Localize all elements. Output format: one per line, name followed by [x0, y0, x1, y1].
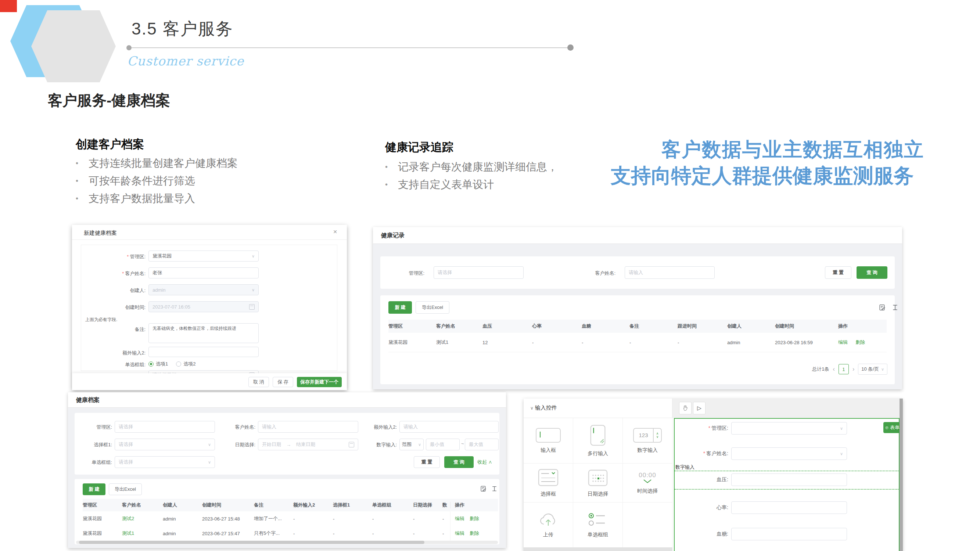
create-time-input[interactable]: 2023-07-07 16:05: [148, 301, 259, 312]
create-button[interactable]: 新 建: [388, 301, 412, 314]
filter-name-input[interactable]: 请输入: [625, 266, 715, 279]
calendar-icon: [249, 304, 255, 310]
page-number-button[interactable]: 1: [838, 364, 849, 374]
col-header: 备注: [630, 323, 678, 330]
play-icon: ▷: [697, 405, 702, 411]
canvas-bp-input[interactable]: [731, 473, 847, 486]
widget-tile-input[interactable]: 输入框: [523, 418, 573, 464]
filter-extra2-input[interactable]: 请输入: [399, 421, 499, 433]
collapse-link[interactable]: 收起 ∧: [477, 459, 492, 465]
canvas-hr-input[interactable]: [731, 502, 847, 514]
feature-track-list: • 记录客户每次健康监测详细信息， • 支持自定义表单设计: [385, 158, 620, 193]
form-settings-button[interactable]: 表单: [883, 422, 899, 433]
horizontal-scrollbar-thumb[interactable]: [79, 541, 425, 544]
area-select[interactable]: 黛溪花园 ∨: [148, 251, 259, 262]
filter-number-label: 数字输入:: [353, 441, 397, 448]
form-icon: [886, 426, 888, 430]
delete-link[interactable]: 删除: [856, 340, 865, 345]
record-link[interactable]: 测试2: [122, 515, 163, 522]
cell: -: [413, 516, 442, 522]
canvas-bs-input[interactable]: [731, 528, 847, 540]
col-header: 数: [442, 502, 450, 508]
search-button[interactable]: 查 询: [444, 456, 474, 468]
preview-play-button[interactable]: ▷: [693, 402, 705, 414]
widget-tile-number[interactable]: 123 ∧∨ 数字输入: [623, 418, 673, 464]
radio-option-2-label[interactable]: 选项2: [183, 361, 196, 367]
customer-name-input[interactable]: 老张: [148, 267, 259, 278]
reset-button[interactable]: 重 置: [825, 266, 851, 279]
list-item: • 支持客户数据批量导入: [76, 189, 296, 207]
number-mode-select[interactable]: 范围 ∨: [399, 438, 424, 450]
widget-tile-time[interactable]: 00:00 时间选择: [623, 464, 673, 502]
delete-link[interactable]: 删除: [469, 515, 479, 522]
prev-page-icon[interactable]: ‹: [833, 366, 835, 373]
widget-label: 数字输入: [637, 447, 658, 454]
filter-area-input[interactable]: 请选择: [434, 266, 523, 279]
canvas-area-select[interactable]: ∨: [731, 422, 847, 435]
col-header: 操作: [838, 323, 887, 330]
list-item: • 记录客户每次健康监测详细信息，: [385, 158, 620, 176]
number-max-input[interactable]: 最大值: [465, 438, 499, 450]
radio-option-1-label[interactable]: 选项1: [156, 361, 168, 367]
edit-link[interactable]: 编辑: [838, 340, 848, 345]
chevron-down-icon[interactable]: ∨: [530, 405, 533, 411]
customer-name-value: 老张: [153, 270, 162, 276]
reset-button[interactable]: 重 置: [414, 456, 440, 468]
cell: 只有5个字...: [254, 530, 293, 537]
cell: 测试1: [436, 339, 482, 346]
next-page-icon[interactable]: ›: [853, 366, 854, 373]
pagination: 总计1条 ‹ 1 › 10 条/页 ∨: [812, 364, 888, 375]
save-and-next-button[interactable]: 保存并新建下一个: [297, 377, 342, 387]
filter-date-range[interactable]: 开始日期 → 结束日期: [258, 438, 358, 450]
close-icon[interactable]: ✕: [333, 229, 337, 235]
widget-tile-date[interactable]: 日期选择: [573, 464, 623, 502]
widget-label: 上传: [543, 532, 554, 538]
edit-document-icon[interactable]: [480, 486, 487, 493]
export-excel-button[interactable]: 导出Excel: [109, 483, 142, 495]
creator-select[interactable]: admin ∨: [148, 284, 259, 295]
save-button[interactable]: 保 存: [273, 377, 293, 387]
widget-tile-textarea[interactable]: 多行输入: [573, 418, 623, 464]
divider-dot-right: [567, 44, 574, 51]
page-heading: 客户服务-健康档案: [48, 91, 170, 111]
pan-hand-button[interactable]: [679, 402, 692, 414]
create-time-value: 2023-07-07 16:05: [153, 304, 190, 310]
edit-link[interactable]: 编辑: [455, 530, 465, 537]
col-header: 单选框组: [372, 502, 413, 508]
chevron-down-icon: ∨: [252, 254, 255, 259]
field-label-creator: 创建人:: [83, 287, 145, 294]
delete-link[interactable]: 删除: [469, 530, 479, 537]
screenshot-health-records: 健康记录 管理区: 请选择 客户姓名: 请输入 重 置 查 询 新 建 导出Ex…: [373, 227, 902, 389]
col-header: 创建时间: [775, 323, 838, 330]
extra2-input[interactable]: [148, 347, 259, 357]
export-excel-button[interactable]: 导出Excel: [415, 301, 449, 314]
row-height-icon[interactable]: [491, 486, 498, 493]
filter-name-input[interactable]: 请输入: [258, 421, 358, 433]
edit-link[interactable]: 编辑: [455, 515, 465, 522]
radio-unselected-icon[interactable]: [176, 362, 181, 367]
record-link[interactable]: 测试1: [122, 530, 163, 537]
filter-radio-select[interactable]: 请选择 ∨: [115, 456, 215, 468]
cancel-button[interactable]: 取 消: [248, 377, 269, 387]
filter-select1-select[interactable]: 请选择 ∨: [115, 438, 215, 450]
radio-group: 选项1 选项2: [148, 361, 196, 367]
date-end-placeholder: 结束日期: [296, 441, 315, 448]
feature-create-list: • 支持连续批量创建客户健康档案 • 可按年龄条件进行筛选 • 支持客户数据批量…: [76, 154, 296, 207]
filter-area-input[interactable]: 请选择: [115, 421, 215, 433]
widget-tile-upload[interactable]: 上传: [523, 502, 573, 547]
widget-tile-select[interactable]: 选择框: [523, 464, 573, 502]
cell: 12: [482, 340, 532, 345]
remark-textarea[interactable]: 无基础病史，体检数值正常，后续持续跟进: [148, 323, 259, 343]
search-button[interactable]: 查 询: [856, 266, 888, 279]
canvas-name-select[interactable]: ∨: [731, 448, 847, 460]
cell: admin: [727, 340, 775, 345]
widget-tile-radio-group[interactable]: 单选框组: [573, 502, 623, 547]
page-size-select[interactable]: 10 条/页 ∨: [858, 364, 888, 375]
number-min-input[interactable]: 最小值: [426, 438, 460, 450]
creator-value: admin: [153, 287, 165, 293]
radio-selected-icon[interactable]: [148, 362, 154, 367]
create-button[interactable]: 新 建: [83, 483, 105, 495]
edit-document-icon[interactable]: [879, 304, 886, 312]
vertical-scrollbar-thumb[interactable]: [899, 399, 903, 551]
row-height-icon[interactable]: [892, 304, 899, 312]
